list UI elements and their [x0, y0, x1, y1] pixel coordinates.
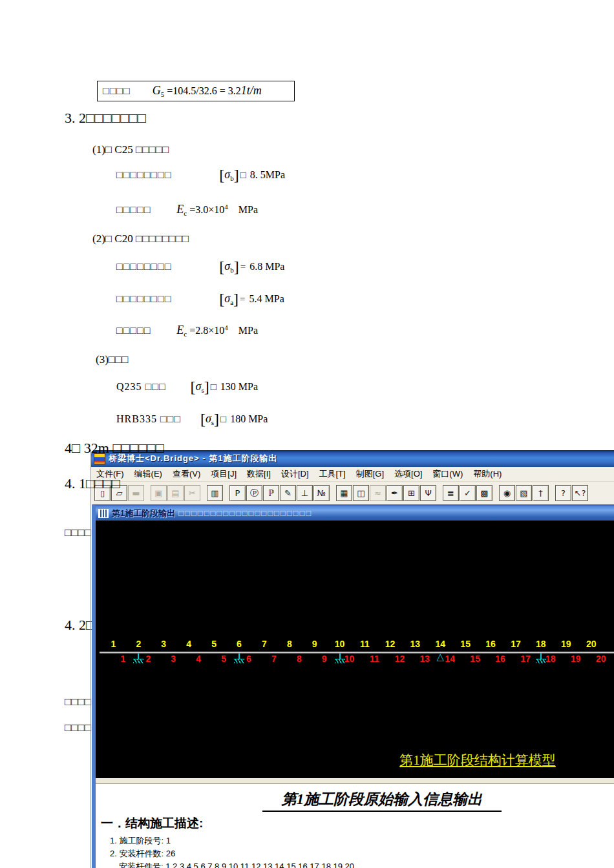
element-number: 7: [251, 639, 277, 649]
splitter[interactable]: [96, 778, 614, 784]
table-button[interactable]: ▦: [336, 485, 352, 501]
numbering-button[interactable]: №: [313, 485, 330, 501]
child-caption-bar[interactable]: 第1施工阶段输出 □□□□□□□□□□□□□□□□□□□□□: [96, 506, 614, 521]
element-number-row: 1234567891011121314151617181920: [101, 639, 604, 649]
help-button[interactable]: ?: [555, 485, 571, 501]
element-number: 15: [453, 639, 478, 649]
save-button[interactable]: ▬: [128, 485, 144, 501]
node-number: 20: [588, 654, 613, 664]
doc-text-3: □□□□: [65, 721, 91, 734]
report-pane[interactable]: 第1施工阶段原始输入信息输出 一．结构施工描述: 1. 施工阶段号: 12. 安…: [96, 784, 614, 868]
menu-item[interactable]: 窗口(W): [427, 467, 468, 481]
support-node-2-icon: [133, 653, 143, 663]
menu-item[interactable]: 工具[T]: [314, 467, 351, 481]
menu-item[interactable]: 项目[J]: [206, 467, 242, 481]
grid-icon: ▩: [480, 488, 488, 498]
report-line: 2. 安装杆件数: 26: [110, 847, 354, 860]
support-node-18-icon: [536, 653, 546, 663]
node-number: 13: [412, 654, 438, 664]
report-line: 1. 施工阶段号: 1: [110, 834, 354, 847]
project-open-button[interactable]: Ⓟ: [246, 485, 262, 501]
check-button[interactable]: ✓: [460, 485, 476, 501]
cut-icon: ✂: [189, 488, 196, 498]
menu-item[interactable]: 数据[I]: [242, 467, 276, 481]
menu-item[interactable]: 选项[O]: [389, 467, 427, 481]
heading-3-2: 3. 2□□□□□□□: [65, 110, 146, 127]
load-button[interactable]: ⊞: [403, 485, 419, 501]
axis-button[interactable]: ◫: [353, 485, 369, 501]
menu-item[interactable]: 查看(V): [167, 467, 206, 481]
element-number: 10: [327, 639, 352, 649]
element-number: 12: [377, 639, 403, 649]
node-number: 15: [463, 654, 488, 664]
print-button[interactable]: ▥: [207, 485, 223, 501]
support-node-14-icon: △: [436, 652, 444, 662]
element-number: 17: [503, 639, 529, 649]
project-save-icon: ℙ: [268, 488, 274, 498]
line-modulus-c25: □□□□□ Ec =3.0×104MPa: [116, 203, 258, 218]
grid-button[interactable]: ▩: [476, 485, 492, 501]
project-doc-button[interactable]: P: [229, 485, 246, 501]
page: □□□□ G5 =104.5/32.6 = 3.21t/m 3. 2□□□□□□…: [0, 0, 614, 868]
chart-icon: ▧: [520, 488, 527, 498]
edit-pen-button[interactable]: ✎: [280, 485, 296, 501]
paste-button[interactable]: ▤: [167, 485, 184, 501]
copy-button[interactable]: ▣: [151, 485, 167, 501]
report-title: 第1施工阶段原始输入信息输出: [262, 789, 502, 812]
curve-button[interactable]: ≈: [370, 485, 386, 501]
axis-icon: ◫: [357, 488, 365, 498]
support-node-6-icon: [234, 653, 244, 663]
line-q235: Q235 □□□ [σs]□130 MPa: [116, 378, 258, 396]
menu-item[interactable]: 帮助(H): [468, 467, 507, 481]
menu-item[interactable]: 编辑(E): [129, 467, 167, 481]
element-number: 18: [528, 639, 553, 649]
report-section-heading: 一．结构施工描述:: [101, 815, 203, 832]
sign-pen-button[interactable]: ✒: [386, 485, 403, 501]
support-edit-button[interactable]: ⊥: [297, 485, 313, 501]
project-open-icon: Ⓟ: [250, 488, 259, 499]
context-help-button[interactable]: ↖?: [572, 485, 588, 501]
clock-icon: ◉: [503, 488, 511, 498]
model-viewport[interactable]: 1234567891011121314151617181920 12345678…: [96, 521, 614, 778]
dr-bridge-window: 桥梁博士<Dr.Bridge> - 第1施工阶段输出 文件(F)编辑(E)查看(…: [90, 450, 614, 868]
copy-icon: ▣: [154, 488, 162, 498]
tools-button[interactable]: †: [533, 485, 549, 501]
node-number: 8: [286, 654, 312, 664]
child-caption-suffix: □□□□□□□□□□□□□□□□□□□□□: [178, 508, 312, 518]
formula-label: □□□□: [103, 85, 131, 97]
node-number: 17: [513, 654, 538, 664]
text-lines-icon: ≣: [447, 488, 454, 498]
paste-icon: ▤: [171, 488, 179, 498]
project-doc-icon: P: [235, 488, 240, 498]
element-number: 11: [352, 639, 377, 649]
menu-item[interactable]: 制图[G]: [351, 467, 389, 481]
line-shear-c20: □□□□□□□□ [σa]=5.4 MPa: [116, 291, 284, 308]
title-bar[interactable]: 桥梁博士<Dr.Bridge> - 第1施工阶段输出: [91, 450, 614, 467]
element-number: 3: [151, 639, 176, 649]
node-number: 16: [488, 654, 513, 664]
line-bending-c25: □□□□□□□□ [σb]□8. 5MPa: [116, 167, 285, 184]
edit-pen-icon: ✎: [284, 488, 291, 498]
element-number: 1: [101, 639, 126, 649]
project-save-button[interactable]: ℙ: [263, 485, 279, 501]
chart-button[interactable]: ▧: [516, 485, 532, 501]
tower-button[interactable]: Ψ: [420, 485, 436, 501]
element-number: 14: [428, 639, 453, 649]
node-number: 11: [362, 654, 387, 664]
node-number: 7: [261, 654, 286, 664]
report-line: 安装杆件号: 1 2 3 4 5 6 7 8 9 10 11 12 13 14 …: [110, 860, 354, 868]
formula-g5: G5 =104.5/32.6 = 3.21t/m: [153, 84, 262, 98]
text-lines-button[interactable]: ≣: [443, 485, 459, 501]
formula-box: □□□□ G5 =104.5/32.6 = 3.21t/m: [97, 81, 295, 101]
menu-item[interactable]: 设计[D]: [276, 467, 314, 481]
curve-icon: ≈: [374, 488, 381, 498]
numbering-icon: №: [317, 488, 326, 498]
element-number: 9: [302, 639, 327, 649]
clock-button[interactable]: ◉: [499, 485, 515, 501]
chart-columns-icon: [98, 509, 109, 518]
tools-icon: †: [538, 488, 543, 498]
child-caption-text: 第1施工阶段输出: [112, 508, 175, 519]
element-number: 16: [478, 639, 503, 649]
cut-button[interactable]: ✂: [184, 485, 200, 501]
element-number: 5: [202, 639, 227, 649]
